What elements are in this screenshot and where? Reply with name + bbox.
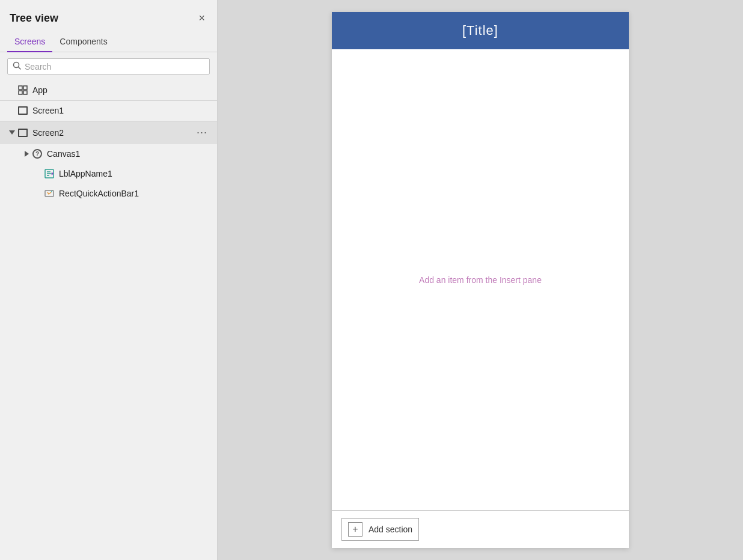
add-section-label: Add section (368, 525, 412, 534)
center-area: [Title] Add an item from the Insert pane… (218, 0, 743, 560)
tree-item-rectquickactionbar1[interactable]: RectQuickActionBar1 (0, 184, 217, 204)
tree-item-app[interactable]: App (0, 81, 217, 100)
tab-components[interactable]: Components (52, 32, 114, 52)
expand-spacer-screen1 (7, 106, 17, 115)
left-panel: Tree view × Screens Components (0, 0, 218, 560)
canvas-title-text: [Title] (462, 23, 498, 38)
tree-list: App Screen1 Screen2 ··· (0, 81, 217, 560)
add-section-button[interactable]: + Add section (341, 518, 419, 541)
svg-line-1 (19, 67, 21, 70)
panel-header: Tree view × (0, 0, 217, 32)
canvas-footer: + Add section (332, 510, 629, 548)
expand-spacer-rect (34, 189, 43, 198)
close-button[interactable]: × (196, 10, 207, 27)
tabs-row: Screens Components (0, 32, 217, 52)
svg-rect-2 (19, 86, 22, 90)
tree-item-screen2[interactable]: Screen2 ··· (0, 121, 217, 144)
screen-icon-2 (17, 127, 29, 139)
search-icon (13, 61, 21, 72)
app-icon (17, 84, 29, 96)
tree-item-canvas1[interactable]: ? Canvas1 (0, 144, 217, 164)
search-input[interactable] (25, 62, 204, 72)
svg-rect-3 (23, 86, 27, 90)
tree-label-app: App (32, 85, 210, 95)
svg-rect-5 (23, 91, 27, 94)
insert-hint-text: Add an item from the Insert pane (419, 275, 542, 285)
screen-icon-1 (17, 105, 29, 117)
tree-item-lblappname1[interactable]: LblAppName1 (0, 164, 217, 184)
plus-icon: + (348, 522, 362, 537)
search-box (7, 58, 210, 75)
canvas-title-bar: [Title] (332, 12, 629, 49)
label-icon (43, 168, 55, 180)
expand-spacer-lbl (34, 169, 43, 178)
canvas-preview: [Title] Add an item from the Insert pane… (332, 12, 629, 548)
canvas-body: Add an item from the Insert pane (332, 49, 629, 510)
svg-rect-4 (19, 91, 22, 94)
panel-title: Tree view (10, 12, 58, 25)
tree-label-screen1: Screen1 (32, 106, 210, 115)
tab-screens[interactable]: Screens (7, 32, 52, 52)
tree-label-canvas1: Canvas1 (47, 149, 210, 159)
tree-label-lblappname1: LblAppName1 (59, 169, 210, 178)
expand-spacer-app (7, 85, 17, 95)
tree-label-rectquickactionbar1: RectQuickActionBar1 (59, 189, 210, 198)
expand-icon-canvas1[interactable] (22, 149, 31, 159)
rect-icon (43, 187, 55, 199)
canvas-icon: ? (31, 148, 43, 160)
more-options-icon[interactable]: ··· (194, 125, 210, 140)
expand-icon-screen2[interactable] (7, 128, 17, 138)
tree-item-screen1[interactable]: Screen1 (0, 101, 217, 121)
tree-label-screen2: Screen2 (32, 128, 194, 138)
